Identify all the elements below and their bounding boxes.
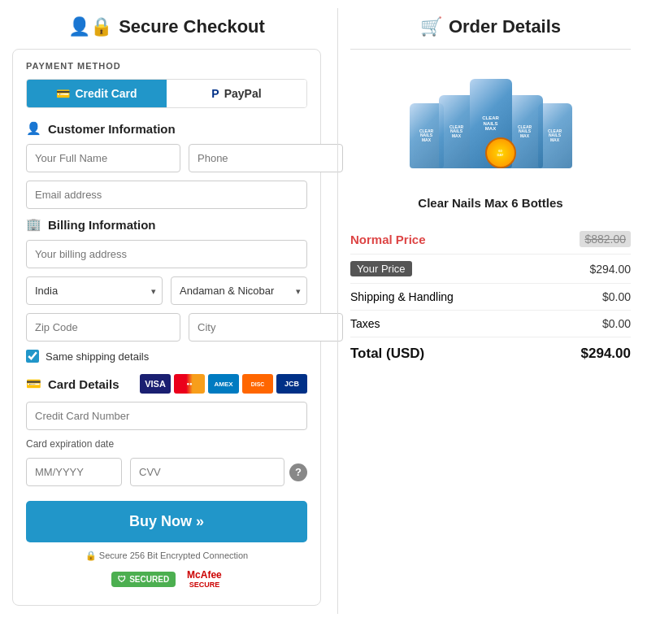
column-divider: [337, 8, 338, 614]
discover-icon: DISC: [242, 374, 273, 394]
left-column: 👤🔒 Secure Checkout PAYMENT METHOD 💳 Cred…: [0, 8, 333, 614]
taxes-value: $0.00: [602, 317, 631, 330]
name-phone-row: [26, 144, 307, 172]
card-number-row: [26, 402, 307, 430]
mastercard-icon: ●●: [174, 374, 205, 394]
zip-city-row: [26, 313, 307, 342]
secure-note: 🔒 Secure 256 Bit Encrypted Connection: [26, 550, 307, 561]
product-image-area: CLEARNAILSMAX CLEARNAILSMAX CLEARNAILSMA…: [350, 63, 631, 185]
mcafee-sub-label: SECURE: [189, 581, 220, 589]
amex-icon: AMEX: [208, 374, 239, 394]
visa-icon: VISA: [140, 374, 171, 394]
right-column: 🛒 Order Details CLEARNAILSMAX CLEARNAILS…: [342, 8, 647, 614]
bottle-3: CLEARNAILSMAX 60 DAY: [470, 79, 512, 168]
shipping-value: $0.00: [602, 290, 631, 303]
bottle-2: CLEARNAILSMAX: [439, 95, 475, 168]
payment-method-label: PAYMENT METHOD: [26, 61, 307, 71]
paypal-icon: P: [211, 87, 219, 100]
header-divider: [350, 49, 631, 50]
shipping-row: Shipping & Handling $0.00: [350, 284, 631, 310]
expiry-group: [26, 458, 122, 486]
card-details-header: 💳 Card Details VISA ●● AMEX DISC JCB: [26, 374, 307, 394]
normal-price-value: $882.00: [580, 231, 631, 247]
same-shipping-label: Same shipping details: [46, 350, 149, 363]
security-badges: 🛡 SECURED McAfee SECURE: [26, 569, 307, 589]
cart-icon: 🛒: [420, 16, 442, 37]
buy-now-button[interactable]: Buy Now »: [26, 501, 307, 542]
billing-icon: 🏢: [26, 217, 41, 232]
cvv-input[interactable]: [130, 458, 284, 486]
normal-price-row: Normal Price $882.00: [350, 224, 631, 254]
exp-date-label: Card expiration date: [26, 438, 307, 450]
lock-icon: 👤🔒: [68, 16, 112, 37]
paypal-tab[interactable]: P PayPal: [167, 80, 306, 107]
country-region-row: India ▾ Andaman & Nicobar ▾: [26, 276, 307, 305]
bottle-group: CLEARNAILSMAX CLEARNAILSMAX CLEARNAILSMA…: [410, 79, 572, 168]
expiry-input[interactable]: [26, 458, 122, 486]
product-image: CLEARNAILSMAX CLEARNAILSMAX CLEARNAILSMA…: [397, 63, 584, 185]
mcafee-badge: McAfee SECURE: [187, 569, 222, 589]
address-row: [26, 240, 307, 268]
total-label: Total (USD): [350, 346, 424, 362]
your-price-label: Your Price: [350, 261, 412, 276]
email-row: [26, 181, 307, 209]
product-name: Clear Nails Max 6 Bottles: [350, 196, 631, 210]
your-price-value: $294.00: [589, 263, 631, 276]
total-row: Total (USD) $294.00: [350, 337, 631, 370]
cvv-group: ?: [130, 458, 307, 486]
customer-info-section-title: 👤 Customer Information: [26, 121, 307, 136]
same-shipping-checkbox[interactable]: [26, 350, 39, 363]
credit-card-tab-label: Credit Card: [75, 87, 137, 100]
country-select-wrap: India ▾: [26, 276, 163, 305]
city-input[interactable]: [189, 313, 343, 342]
normal-price-label: Normal Price: [350, 233, 426, 246]
address-input[interactable]: [26, 240, 307, 268]
payment-tabs: 💳 Credit Card P PayPal: [26, 79, 307, 108]
full-name-input[interactable]: [26, 144, 180, 172]
credit-card-tab[interactable]: 💳 Credit Card: [27, 80, 167, 107]
shield-icon: 🛡: [118, 575, 126, 584]
order-details-title: Order Details: [449, 16, 561, 37]
paypal-tab-label: PayPal: [224, 87, 262, 100]
total-value: $294.00: [581, 346, 631, 362]
taxes-row: Taxes $0.00: [350, 311, 631, 337]
secure-checkout-title: Secure Checkout: [119, 16, 265, 37]
card-number-input[interactable]: [26, 402, 307, 430]
person-icon: 👤: [26, 121, 41, 136]
guarantee-badge: 60 DAY: [485, 137, 516, 168]
shipping-label: Shipping & Handling: [350, 290, 454, 303]
secure-checkout-header: 👤🔒 Secure Checkout: [12, 16, 321, 37]
bottle-5: CLEARNAILSMAX: [538, 103, 572, 168]
region-select-wrap: Andaman & Nicobar ▾: [171, 276, 307, 305]
mcafee-label: McAfee: [187, 569, 222, 581]
exp-cvv-row: ?: [26, 458, 307, 486]
email-input[interactable]: [26, 181, 307, 209]
card-details-title: 💳 Card Details: [26, 376, 119, 391]
card-icon: 💳: [26, 376, 41, 391]
taxes-label: Taxes: [350, 317, 380, 330]
region-select[interactable]: Andaman & Nicobar: [171, 276, 307, 305]
payment-box: PAYMENT METHOD 💳 Credit Card P PayPal 👤 …: [12, 49, 321, 606]
same-shipping-row: Same shipping details: [26, 350, 307, 363]
secured-label: SECURED: [129, 575, 169, 584]
phone-input[interactable]: [189, 144, 343, 172]
country-select[interactable]: India: [26, 276, 163, 305]
billing-info-section-title: 🏢 Billing Information: [26, 217, 307, 232]
jcb-icon: JCB: [276, 374, 307, 394]
zip-input[interactable]: [26, 313, 180, 342]
order-details-header: 🛒 Order Details: [350, 16, 631, 37]
cvv-help-icon[interactable]: ?: [289, 463, 307, 481]
your-price-row: Your Price $294.00: [350, 255, 631, 283]
card-icons-group: VISA ●● AMEX DISC JCB: [140, 374, 307, 394]
secured-badge: 🛡 SECURED: [111, 572, 176, 587]
credit-card-icon: 💳: [56, 87, 70, 100]
